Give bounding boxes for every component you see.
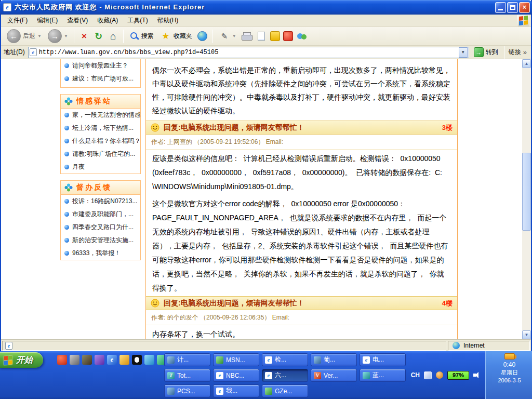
sidebar-link[interactable]: 月夜	[61, 161, 140, 174]
sidebar-link[interactable]: 投诉：16路皖N07213...	[61, 195, 140, 208]
sidebar-link-label: 什么是幸福？你幸福吗？	[72, 137, 140, 145]
address-label: 地址(D)	[4, 48, 25, 57]
task-button-active[interactable]: e六...	[262, 369, 308, 382]
task-button[interactable]: e我...	[213, 384, 259, 397]
sidebar-link[interactable]: 建议：市民广场可放...	[61, 72, 140, 85]
clock-panel[interactable]: 0:40 星期日 2006-3-5	[485, 351, 532, 399]
task-label: 葡...	[324, 355, 335, 364]
minimize-button[interactable]	[495, 2, 506, 13]
messenger-people-icon	[297, 31, 307, 41]
flag-red	[4, 356, 8, 361]
favorites-button[interactable]: ★ 收藏夹	[158, 30, 194, 43]
refresh-button[interactable]: ↻	[93, 31, 104, 42]
sidebar-link[interactable]: 坛上冷清，坛下热情...	[61, 122, 140, 135]
task-button[interactable]: 葡...	[311, 353, 357, 366]
menu-view[interactable]: 查看(V)	[62, 15, 92, 26]
tray-icon-update[interactable]	[436, 371, 443, 379]
links-button[interactable]: 链接 »	[509, 48, 528, 57]
task-button[interactable]: e检...	[262, 353, 308, 366]
task-button[interactable]: MSN...	[213, 353, 259, 366]
scroll-thumb[interactable]	[522, 153, 531, 231]
menu-file[interactable]: 文件(F)	[3, 15, 32, 26]
sidebar-link[interactable]: 家，一段无法割舍的情感	[61, 109, 140, 122]
sidebar-link[interactable]: 96333，我举报！	[61, 247, 140, 260]
start-label: 开始	[16, 355, 33, 366]
show-desktop-icon[interactable]	[70, 355, 79, 365]
home-button[interactable]: ⌂	[108, 31, 119, 42]
forward-button[interactable]: → ▼	[46, 28, 70, 44]
status-zone-panel: Internet	[448, 341, 530, 351]
scroll-up-button[interactable]: ▲	[522, 59, 531, 68]
tray-icon-antivirus[interactable]	[424, 371, 432, 379]
sidebar-link[interactable]: 市建委及职能部门，...	[61, 208, 140, 221]
messenger-button[interactable]	[296, 31, 308, 42]
address-input[interactable]: e http://www.luan.gov.cn/bbs/bbs_view.ph…	[28, 47, 469, 58]
address-dropdown-button[interactable]: ▼	[459, 47, 468, 58]
menu-help[interactable]: 帮助(H)	[153, 15, 183, 26]
task-button[interactable]: 蓝...	[360, 369, 406, 382]
task-button[interactable]: GZe...	[262, 384, 308, 397]
page-favicon: e	[30, 48, 37, 56]
flower-icon	[64, 97, 73, 105]
favorites-star-icon: ★	[160, 31, 171, 42]
reply-author-line: 作者: 上网查的 （2005-09-21 19:52:06） Email:	[146, 135, 457, 150]
sidebar-link[interactable]: 四季春交叉路口为什...	[61, 221, 140, 234]
language-indicator[interactable]: CH	[411, 371, 420, 379]
clock-date: 2006-3-5	[498, 377, 521, 383]
task-label: 蓝...	[373, 371, 384, 380]
sidebar-link[interactable]: 新的治安管理法实施...	[61, 234, 140, 247]
power-battery-icon	[504, 353, 515, 360]
forward-dropdown-icon[interactable]: ▼	[64, 34, 68, 38]
bullet-icon	[64, 152, 69, 156]
back-button[interactable]: ← 后退 ▼	[5, 28, 43, 44]
folder-icon[interactable]	[119, 355, 129, 365]
sidebar-link[interactable]: 请教:明珠广场住宅的...	[61, 148, 140, 161]
thread-content: 偶尔一次不必理会，系统出错是正常的，重新启动即可，出现次数多了，两种情况比较常见…	[145, 59, 458, 339]
media-player-icon[interactable]	[57, 355, 67, 365]
bullet-icon	[64, 165, 69, 169]
ie-quicklaunch-icon[interactable]: e	[107, 355, 117, 365]
task-button[interactable]: TTot...	[164, 369, 210, 382]
reply-body: 应该是类似这样的信息吧： 计算机已经从检测错误后重新启动。检测错误： 0x100…	[146, 150, 457, 195]
search-icon	[129, 31, 139, 41]
search-button[interactable]: 搜索	[128, 30, 155, 42]
battery-percent-badge[interactable]: 97%	[447, 371, 469, 380]
ie-page-icon: e	[3, 3, 11, 11]
stop-button[interactable]: ×	[78, 31, 90, 42]
links-chevron-icon: »	[523, 48, 527, 56]
volume-icon[interactable]	[473, 371, 482, 379]
msn-icon[interactable]	[144, 355, 154, 365]
outlook-icon[interactable]	[82, 355, 92, 365]
task-button[interactable]: PCS...	[164, 384, 210, 397]
status-zone-label: Internet	[463, 342, 485, 349]
flag-blue	[4, 361, 8, 365]
vertical-scrollbar[interactable]: ▲ ▼	[522, 59, 531, 339]
maximize-button[interactable]	[507, 2, 518, 13]
winamp-icon[interactable]	[95, 355, 104, 365]
go-button[interactable]: → 转到	[472, 47, 500, 57]
qq-button[interactable]	[283, 31, 293, 41]
task-button[interactable]: 计...	[164, 353, 210, 366]
mail-button[interactable]: ✎ ▼	[217, 30, 238, 43]
scroll-down-button[interactable]: ▼	[522, 330, 531, 339]
back-dropdown-icon[interactable]: ▼	[37, 34, 42, 38]
sidebar-section-feedback: 督办反馈 投诉：16路皖N07213... 市建委及职能部门，... 四季春交叉…	[60, 180, 141, 260]
close-button[interactable]: ×	[519, 2, 530, 13]
start-button[interactable]: 开始	[0, 352, 43, 368]
discuss-button[interactable]	[270, 31, 280, 41]
task-button[interactable]: e电...	[360, 353, 406, 366]
sidebar-link[interactable]: 什么是幸福？你幸福吗？	[61, 135, 140, 148]
sidebar-link[interactable]: 请问帝都景园业主？	[61, 59, 140, 72]
media-button[interactable]	[197, 31, 208, 42]
task-button[interactable]: VVer...	[311, 369, 357, 382]
mail-dropdown-icon[interactable]: ▼	[232, 34, 236, 38]
edit-button[interactable]	[256, 31, 267, 42]
clock-weekday: 星期日	[501, 369, 518, 377]
menu-edit[interactable]: 编辑(E)	[32, 15, 62, 26]
task-button[interactable]: eNBC...	[213, 369, 259, 382]
print-button[interactable]	[241, 31, 252, 42]
qq-penguin-icon[interactable]	[132, 355, 142, 365]
menu-favorites[interactable]: 收藏(A)	[92, 15, 123, 26]
reply-title: 回复:电脑系统出现问题，烦请网友帮帮忙！	[164, 299, 304, 308]
menu-tools[interactable]: 工具(T)	[123, 15, 152, 26]
